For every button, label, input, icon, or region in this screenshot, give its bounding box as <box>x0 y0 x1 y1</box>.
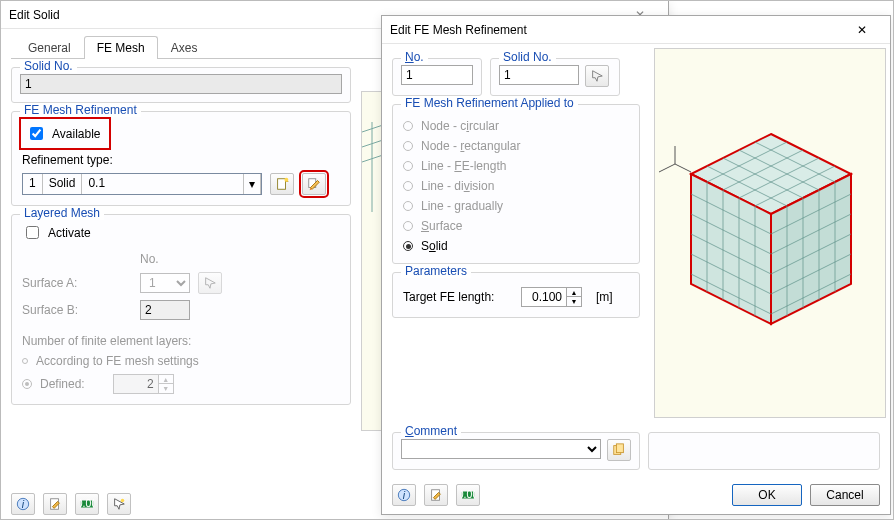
spinner-up-icon[interactable]: ▲ <box>567 288 581 297</box>
notes-button[interactable] <box>43 493 67 515</box>
svg-point-15 <box>121 499 125 503</box>
svg-rect-49 <box>616 444 623 453</box>
close-icon[interactable]: ✕ <box>842 16 882 43</box>
ok-button[interactable]: OK <box>732 484 802 506</box>
pick-solid-button[interactable] <box>585 65 609 87</box>
no-label: No. <box>405 50 424 64</box>
spinner-down-icon: ▼ <box>159 384 173 393</box>
opt-surface: Surface <box>421 219 462 233</box>
tab-general[interactable]: General <box>15 36 84 59</box>
svg-line-47 <box>659 164 675 172</box>
notes-button[interactable] <box>424 484 448 506</box>
spinner-down-icon[interactable]: ▼ <box>567 297 581 306</box>
applied-to-title: FE Mesh Refinement Applied to <box>401 96 578 110</box>
no-header: No. <box>140 252 159 266</box>
spinner-up-icon: ▲ <box>159 375 173 384</box>
units-button[interactable]: 0.00 <box>456 484 480 506</box>
available-checkbox[interactable] <box>30 127 43 140</box>
target-fe-unit: [m] <box>596 290 613 304</box>
refinement-type-label: Refinement type: <box>22 153 113 167</box>
edit-refinement-button[interactable] <box>302 173 326 195</box>
surface-b-field <box>140 300 190 320</box>
help-button[interactable]: i <box>11 493 35 515</box>
opt-line-fe: Line - FE-length <box>421 159 506 173</box>
svg-text:0.00: 0.00 <box>461 488 475 500</box>
comment-title: Comment <box>405 424 457 438</box>
svg-rect-0 <box>278 179 286 190</box>
defined-option: Defined: <box>40 377 85 391</box>
defined-value <box>113 374 159 394</box>
refinement-combo-kind: Solid <box>43 174 83 194</box>
comment-combo[interactable] <box>401 439 601 459</box>
units-button[interactable]: 0.00 <box>75 493 99 515</box>
surface-b-label: Surface B: <box>22 303 132 317</box>
activate-label: Activate <box>48 226 91 240</box>
surface-a-label: Surface A: <box>22 276 132 290</box>
mesh-preview <box>654 48 886 418</box>
mesh-refinement-group-title: FE Mesh Refinement <box>20 103 141 117</box>
help-button[interactable]: i <box>392 484 416 506</box>
refinement-combo-no: 1 <box>23 174 43 194</box>
target-fe-input[interactable] <box>521 287 567 307</box>
cancel-button[interactable]: Cancel <box>810 484 880 506</box>
edit-solid-title: Edit Solid <box>9 8 60 22</box>
layered-mesh-group-title: Layered Mesh <box>20 206 104 220</box>
solid-no-label2: Solid No. <box>499 50 556 64</box>
opt-solid[interactable]: Solid <box>403 239 629 253</box>
solid-no-field2[interactable] <box>499 65 579 85</box>
parameters-title: Parameters <box>401 264 471 278</box>
according-option: According to FE mesh settings <box>36 354 199 368</box>
comment-library-button[interactable] <box>607 439 631 461</box>
tab-fe-mesh[interactable]: FE Mesh <box>84 36 158 59</box>
available-label: Available <box>52 127 100 141</box>
svg-text:0.00: 0.00 <box>80 497 94 509</box>
refinement-type-combo[interactable]: 1 Solid 0.1 ▾ <box>22 173 262 195</box>
refinement-title: Edit FE Mesh Refinement <box>390 23 527 37</box>
solid-no-label: Solid No. <box>20 59 77 73</box>
chevron-down-icon[interactable]: ▾ <box>243 174 261 194</box>
opt-line-div: Line - division <box>421 179 494 193</box>
pick-button[interactable] <box>107 493 131 515</box>
svg-line-46 <box>675 164 691 172</box>
tab-axes[interactable]: Axes <box>158 36 211 59</box>
opt-node-circular: Node - circular <box>421 119 499 133</box>
svg-point-2 <box>284 178 288 182</box>
layers-label: Number of finite element layers: <box>22 334 191 348</box>
no-field[interactable] <box>401 65 473 85</box>
target-fe-label: Target FE length: <box>403 290 513 304</box>
opt-solid-label: Solid <box>421 239 448 253</box>
new-refinement-button[interactable] <box>270 173 294 195</box>
solid-no-field <box>20 74 342 94</box>
surface-a-select: 1 <box>140 273 190 293</box>
pick-surface-a-button <box>198 272 222 294</box>
activate-checkbox[interactable] <box>26 226 39 239</box>
opt-line-grad: Line - gradually <box>421 199 503 213</box>
refinement-combo-val: 0.1 <box>82 174 243 194</box>
refinement-titlebar: Edit FE Mesh Refinement ✕ <box>382 16 890 44</box>
opt-node-rect: Node - rectangular <box>421 139 520 153</box>
